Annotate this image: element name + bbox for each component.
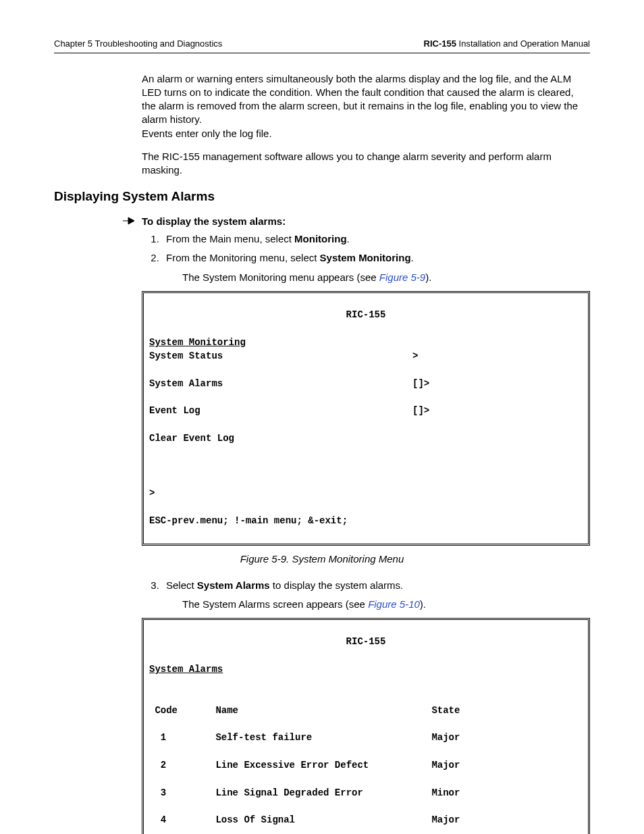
figure-5-9-caption: Figure 5-9. System Monitoring Menu — [54, 552, 590, 566]
term2-title: RIC-155 — [149, 635, 583, 648]
term2-blank — [149, 676, 583, 689]
figure-ref-5-9[interactable]: Figure 5-9 — [379, 271, 425, 283]
steps-list-cont: Select System Alarms to display the syst… — [54, 579, 590, 592]
header-right-bold: RIC-155 — [424, 38, 456, 49]
procedure-heading-row: To display the system alarms: — [123, 215, 590, 228]
terminal-system-monitoring: RIC-155 System Monitoring System Status>… — [142, 291, 590, 546]
term1-row: Clear Event Log — [149, 432, 583, 445]
step-3-sub: The System Alarms screen appears (see Fi… — [182, 598, 590, 611]
term2-subtitle: System Alarms — [149, 664, 223, 675]
step-1: From the Main menu, select Monitoring. — [162, 232, 590, 246]
term1-prompt: > — [149, 486, 583, 500]
term1-footer: ESC-prev.menu; !-main menu; &-exit; — [149, 514, 583, 527]
intro-para2: The RIC-155 management software allows y… — [142, 150, 590, 178]
term1-title: RIC-155 — [149, 308, 583, 321]
step-3: Select System Alarms to display the syst… — [162, 579, 590, 592]
steps-list: From the Main menu, select Monitoring. F… — [54, 232, 590, 265]
page-header: Chapter 5 Troubleshooting and Diagnostic… — [54, 38, 590, 53]
term1-row: System Status> — [149, 349, 583, 363]
term2-row: 2Line Excessive Error DefectMajor — [149, 758, 583, 772]
procedure-arrow-icon — [123, 215, 142, 228]
term2-row: 4Loss Of SignalMajor — [149, 813, 583, 827]
step-2: From the Monitoring menu, select System … — [162, 251, 590, 265]
term2-head: CodeNameState — [149, 704, 583, 717]
intro-para1: An alarm or warning enters simultaneousl… — [142, 72, 590, 140]
section-displaying-alarms: Displaying System Alarms — [54, 188, 590, 205]
term1-row: System Alarms[]> — [149, 377, 583, 390]
header-left: Chapter 5 Troubleshooting and Diagnostic… — [54, 38, 222, 50]
procedure-heading: To display the system alarms: — [142, 215, 286, 228]
term1-subtitle: System Monitoring — [149, 337, 246, 348]
intro-block: An alarm or warning enters simultaneousl… — [142, 72, 590, 178]
term2-row: 1Self-test failureMajor — [149, 731, 583, 744]
header-right: RIC-155 Installation and Operation Manua… — [424, 38, 590, 50]
terminal-system-alarms: RIC-155 System Alarms CodeNameState 1Sel… — [142, 618, 590, 834]
step-2-sub: The System Monitoring menu appears (see … — [182, 271, 590, 284]
header-right-rest: Installation and Operation Manual — [456, 38, 590, 49]
figure-ref-5-10[interactable]: Figure 5-10 — [368, 598, 420, 610]
term1-row: Event Log[]> — [149, 404, 583, 417]
term1-blank — [149, 459, 583, 473]
term2-row: 3Line Signal Degraded ErrorMinor — [149, 786, 583, 800]
